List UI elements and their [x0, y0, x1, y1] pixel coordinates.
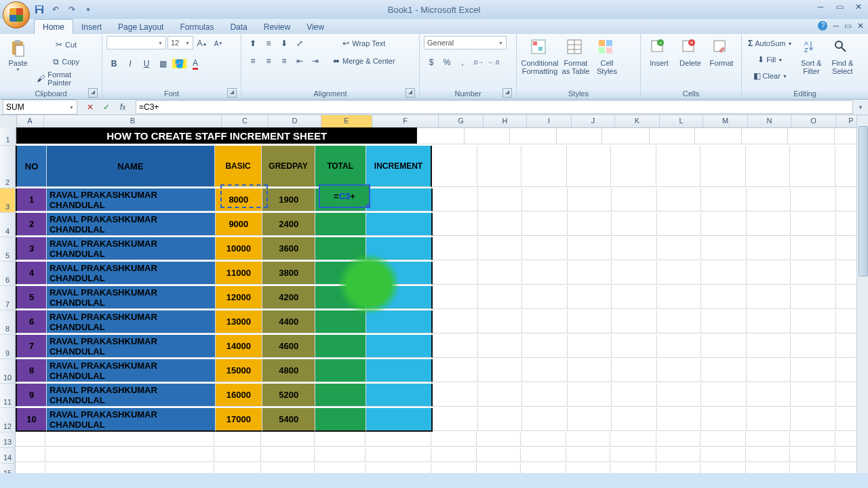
cell[interactable] [791, 286, 836, 309]
cell[interactable] [656, 432, 701, 447]
cell[interactable] [45, 448, 214, 462]
cell[interactable] [610, 464, 656, 473]
row-header-8[interactable]: 8 [0, 310, 16, 335]
cell[interactable] [477, 146, 521, 187]
cell[interactable]: 10000 [216, 237, 263, 260]
cell[interactable] [747, 335, 791, 358]
cell[interactable] [477, 448, 521, 462]
cell[interactable] [568, 188, 612, 211]
cell[interactable] [568, 359, 612, 382]
increase-indent-button[interactable]: ⇥ [308, 54, 323, 68]
office-button[interactable] [3, 1, 30, 28]
row-header-2[interactable]: 2 [0, 146, 16, 188]
cell[interactable] [791, 384, 836, 407]
copy-button[interactable]: ⧉Copy [35, 54, 98, 69]
cell[interactable] [568, 384, 612, 407]
cell[interactable]: BASIC [215, 146, 262, 187]
cell[interactable] [791, 188, 836, 211]
cell[interactable]: RAVAL PRAKASHKUMAR CHANDULAL [47, 262, 216, 285]
cell[interactable]: RAVAL PRAKASHKUMAR CHANDULAL [47, 237, 216, 260]
column-header-D[interactable]: D [269, 115, 321, 127]
cell[interactable] [431, 432, 477, 447]
cell[interactable] [656, 146, 701, 187]
cell[interactable] [788, 127, 835, 144]
cell[interactable] [522, 335, 568, 358]
cell[interactable] [478, 286, 522, 309]
cell[interactable] [602, 127, 649, 144]
cell[interactable] [433, 384, 478, 407]
column-header-F[interactable]: F [372, 115, 439, 127]
align-left-button[interactable]: ≡ [245, 54, 260, 68]
close-button[interactable]: ✕ [852, 2, 865, 12]
tab-page-layout[interactable]: Page Layout [110, 20, 172, 34]
cell[interactable] [366, 384, 432, 407]
cell[interactable] [701, 146, 746, 187]
fill-color-button[interactable]: 🪣 [172, 56, 186, 71]
cell[interactable] [612, 384, 657, 407]
cell[interactable] [477, 432, 521, 447]
cell[interactable] [791, 408, 836, 431]
tab-review[interactable]: Review [256, 20, 298, 34]
font-color-button[interactable]: A [188, 56, 203, 71]
redo-icon[interactable]: ↷ [66, 4, 77, 15]
cell[interactable]: 2400 [262, 213, 315, 236]
cell[interactable] [522, 237, 568, 260]
cell[interactable] [522, 188, 568, 211]
cell[interactable] [657, 237, 701, 260]
wrap-text-button[interactable]: ↩Wrap Text [330, 36, 399, 51]
cell[interactable] [366, 237, 432, 260]
cell[interactable] [522, 286, 568, 309]
cell[interactable]: 7 [16, 335, 47, 358]
align-center-button[interactable]: ≡ [261, 54, 276, 68]
fill-button[interactable]: ⬇Fill▼ [746, 52, 794, 67]
name-box[interactable]: SUM▼ [3, 100, 77, 115]
cell[interactable] [433, 335, 478, 358]
column-header-C[interactable]: C [222, 115, 269, 127]
cell[interactable] [568, 262, 612, 285]
cell[interactable]: RAVAL PRAKASHKUMAR CHANDULAL [47, 213, 216, 236]
format-painter-button[interactable]: 🖌Format Painter [35, 71, 98, 86]
cell[interactable] [791, 359, 836, 382]
cell[interactable] [746, 432, 790, 447]
close-doc-icon[interactable]: ✕ [857, 21, 864, 30]
bold-button[interactable]: B [106, 56, 121, 71]
cell[interactable] [657, 286, 701, 309]
cell[interactable] [701, 286, 747, 309]
cell[interactable] [477, 464, 521, 473]
select-all-corner[interactable] [0, 115, 17, 128]
cell[interactable]: RAVAL PRAKASHKUMAR CHANDULAL [47, 335, 216, 358]
cell[interactable] [261, 448, 314, 462]
cell[interactable]: 4 [16, 262, 47, 285]
cell[interactable] [522, 213, 568, 236]
cell[interactable] [214, 448, 262, 462]
cell[interactable]: RAVAL PRAKASHKUMAR CHANDULAL [47, 286, 216, 309]
autosum-button[interactable]: ΣAutoSum▼ [746, 36, 794, 51]
cell[interactable] [612, 408, 657, 431]
active-edit-cell[interactable]: =C3+ [319, 184, 370, 208]
cell[interactable] [521, 448, 566, 462]
cell[interactable] [366, 262, 432, 285]
cell[interactable] [417, 127, 464, 144]
cell[interactable] [610, 448, 656, 462]
tab-home[interactable]: Home [34, 19, 73, 34]
row-header-12[interactable]: 12 [0, 408, 16, 432]
cell[interactable] [657, 310, 701, 333]
cell[interactable] [612, 286, 657, 309]
merge-center-button[interactable]: ⬌Merge & Center [330, 54, 399, 68]
tab-view[interactable]: View [298, 20, 332, 34]
cell[interactable] [790, 464, 835, 473]
cell[interactable]: 4600 [262, 335, 315, 358]
clear-button[interactable]: ◧Clear▼ [746, 68, 794, 83]
cell[interactable] [433, 408, 478, 431]
format-cells-button[interactable]: Format [707, 36, 736, 67]
cell[interactable]: NO [16, 146, 47, 187]
worksheet-grid[interactable]: ABCDEFGHIJKLMNOP 1HOW TO CREATE STAFF IN… [0, 115, 868, 473]
cell[interactable]: 12000 [216, 286, 263, 309]
cell[interactable] [747, 310, 791, 333]
underline-button[interactable]: U [139, 56, 154, 71]
cell[interactable] [701, 432, 746, 447]
currency-button[interactable]: $ [424, 55, 439, 70]
row-header-15[interactable]: 15 [0, 464, 16, 473]
paste-button[interactable]: Paste ▼ [4, 36, 32, 72]
cell[interactable]: 1 [16, 188, 47, 211]
